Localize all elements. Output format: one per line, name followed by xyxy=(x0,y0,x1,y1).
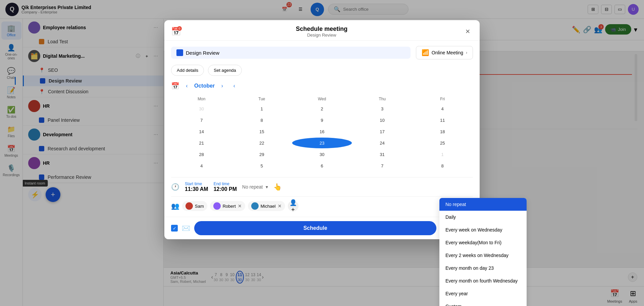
cal-day-22[interactable]: 22 xyxy=(232,138,292,148)
repeat-option-custom[interactable]: Custom xyxy=(439,300,527,306)
calendar-section: 📅 ‹ October › ‹ Mon Tue Wed xyxy=(171,81,473,211)
next-month-button[interactable]: › xyxy=(217,81,227,91)
remove-michael-button[interactable]: ✕ xyxy=(278,203,282,209)
email-icon[interactable]: ✉️ xyxy=(182,224,190,232)
cal-day-1[interactable]: 1 xyxy=(232,103,292,114)
cal-day-3[interactable]: 3 xyxy=(353,103,412,114)
cal-day-30[interactable]: 30 xyxy=(292,149,352,160)
cal-day-30-prev[interactable]: 30 xyxy=(172,103,231,114)
cal-day-9[interactable]: 9 xyxy=(292,115,352,125)
start-time-block: Start time 11:30 AM xyxy=(185,182,208,192)
end-time-label: End time xyxy=(214,182,237,186)
cal-day-18[interactable]: 18 xyxy=(413,126,472,137)
avatar-michael xyxy=(251,202,259,210)
online-meeting-label: Online Meeting xyxy=(432,50,463,55)
cal-day-14[interactable]: 14 xyxy=(172,126,231,137)
modal-close-button[interactable]: ✕ xyxy=(462,26,473,37)
calendar-left: 📅 ‹ October › ‹ Mon Tue Wed xyxy=(171,81,473,211)
repeat-option-weekday[interactable]: Every weekday(Mon to Fri) xyxy=(439,236,527,249)
cal-day-29[interactable]: 29 xyxy=(232,149,292,160)
cal-day-4-next[interactable]: 4 xyxy=(172,160,231,171)
repeat-label: No repeat xyxy=(242,184,263,190)
cal-day-28[interactable]: 28 xyxy=(172,149,231,160)
back-button[interactable]: ‹ xyxy=(229,81,239,91)
cal-day-11[interactable]: 11 xyxy=(413,115,472,125)
modal-overlay[interactable]: 📅 0 Schedule meeting Design Review ✕ 📶 xyxy=(0,0,644,306)
footer-checkbox[interactable]: ✓ xyxy=(171,225,178,232)
set-agenda-button[interactable]: Set agenda xyxy=(208,65,242,76)
repeat-option-weekly-wed[interactable]: Every week on Wednesday xyxy=(439,223,527,236)
cal-day-8[interactable]: 8 xyxy=(232,115,292,125)
repeat-dropdown-button[interactable]: ▾ xyxy=(266,184,268,190)
attendee-chip-sam: Sam xyxy=(182,201,207,211)
cal-day-7[interactable]: 7 xyxy=(172,115,231,125)
modal-cal-icon-wrap: 📅 0 xyxy=(171,27,181,36)
weekday-mon: Mon xyxy=(172,95,231,103)
repeat-option-monthly-fourth[interactable]: Every month on fourth Wednesday xyxy=(439,274,527,287)
cal-day-16[interactable]: 16 xyxy=(292,126,352,137)
calendar-icon-small: 📅 xyxy=(171,82,179,90)
add-attendee-button[interactable]: 👤+ xyxy=(288,201,299,211)
cal-day-2[interactable]: 2 xyxy=(292,103,352,114)
weekday-tue: Tue xyxy=(232,95,292,103)
weekday-thu: Thu xyxy=(353,95,412,103)
cal-day-4[interactable]: 4 xyxy=(413,103,472,114)
cal-day-8-next[interactable]: 8 xyxy=(413,160,472,171)
modal-header: 📅 0 Schedule meeting Design Review ✕ xyxy=(164,20,480,41)
online-meeting-button[interactable]: 📶 Online Meeting › xyxy=(416,46,473,59)
end-time-value[interactable]: 12:00 PM xyxy=(214,186,237,192)
cal-day-7-next[interactable]: 7 xyxy=(353,160,412,171)
avatar-sam xyxy=(185,202,193,210)
time-section: 🕐 Start time 11:30 AM End time 12:00 PM … xyxy=(171,177,473,197)
wifi-icon: 📶 xyxy=(422,49,429,56)
attendee-chip-robert: Robert ✕ xyxy=(210,201,245,211)
modal-header-left: 📅 0 xyxy=(171,27,181,36)
attendees-row: 👥 Sam Robert ✕ Michael xyxy=(171,201,473,211)
start-time-label: Start time xyxy=(185,182,208,186)
attendee-name-robert: Robert xyxy=(223,204,236,209)
modal-title: Schedule meeting xyxy=(181,26,462,33)
cal-day-5-next[interactable]: 5 xyxy=(232,160,292,171)
add-details-button[interactable]: Add details xyxy=(171,65,204,76)
schedule-meeting-modal: 📅 0 Schedule meeting Design Review ✕ 📶 xyxy=(164,20,480,239)
avatar-robert xyxy=(213,202,221,210)
meeting-name-input[interactable] xyxy=(186,50,405,56)
remove-robert-button[interactable]: ✕ xyxy=(238,203,242,209)
cal-day-21[interactable]: 21 xyxy=(172,138,231,148)
weekday-wed: Wed xyxy=(292,95,352,103)
clock-icon: 🕐 xyxy=(171,183,179,191)
schedule-button[interactable]: Schedule xyxy=(194,221,436,235)
prev-month-button[interactable]: ‹ xyxy=(182,81,192,91)
attendee-name-michael: Michael xyxy=(261,204,276,209)
repeat-option-no-repeat[interactable]: No repeat xyxy=(439,198,527,211)
modal-badge: 0 xyxy=(177,26,182,31)
cal-day-6-next[interactable]: 6 xyxy=(292,160,352,171)
modal-subtitle: Design Review xyxy=(181,33,462,38)
weekday-fri: Fri xyxy=(413,95,472,103)
attendees-icon: 👥 xyxy=(171,202,179,210)
meeting-color-dot xyxy=(176,49,183,56)
attendee-name-sam: Sam xyxy=(195,204,204,209)
end-time-block: End time 12:00 PM xyxy=(214,182,237,192)
cal-day-31[interactable]: 31 xyxy=(353,149,412,160)
calendar-navigation: 📅 ‹ October › ‹ xyxy=(171,81,473,91)
repeat-option-monthly-day[interactable]: Every month on day 23 xyxy=(439,262,527,274)
meeting-name-input-wrap[interactable] xyxy=(171,47,411,59)
cal-day-25[interactable]: 25 xyxy=(413,138,472,148)
cal-day-17[interactable]: 17 xyxy=(353,126,412,137)
modal-title-area: Schedule meeting Design Review xyxy=(181,26,462,38)
calendar-month: October xyxy=(194,83,215,89)
start-time-value[interactable]: 11:30 AM xyxy=(185,186,208,192)
repeat-option-yearly[interactable]: Every year xyxy=(439,287,527,300)
cal-day-10[interactable]: 10 xyxy=(353,115,412,125)
cal-day-15[interactable]: 15 xyxy=(232,126,292,137)
meeting-name-row: 📶 Online Meeting › xyxy=(171,46,473,59)
modal-footer: ✓ ✉️ Schedule Auto-mom ▾ xyxy=(164,217,480,239)
cal-day-24[interactable]: 24 xyxy=(353,138,412,148)
repeat-option-daily[interactable]: Daily xyxy=(439,211,527,223)
repeat-option-biweekly[interactable]: Every 2 weeks on Wednesday xyxy=(439,249,527,262)
repeat-dropdown: No repeat Daily Every week on Wednesday … xyxy=(439,198,527,306)
cal-day-23-today[interactable]: 23 xyxy=(292,138,352,148)
cal-day-1-next[interactable]: 1 xyxy=(413,149,472,160)
calendar-grid: Mon Tue Wed Thu Fri 30 1 2 xyxy=(171,95,473,172)
